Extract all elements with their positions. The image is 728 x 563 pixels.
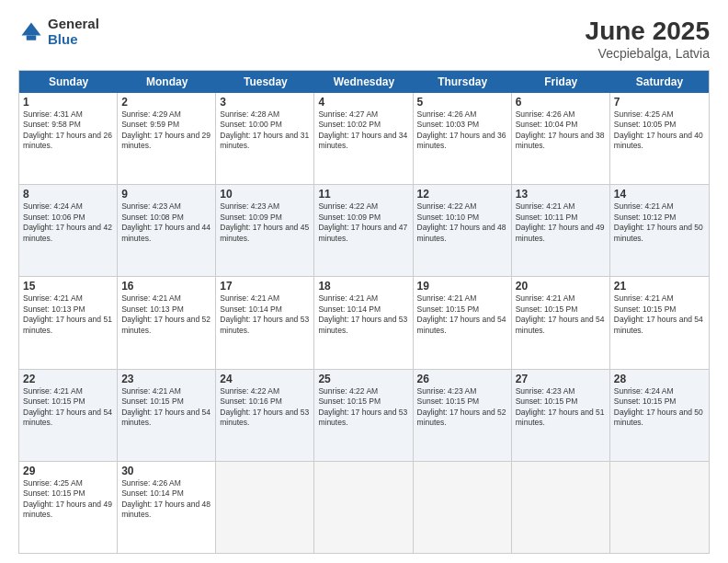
day-info: Sunrise: 4:22 AM Sunset: 10:09 PM Daylig… [318,201,408,244]
calendar-row: 1Sunrise: 4:31 AM Sunset: 9:58 PM Daylig… [19,93,709,184]
day-number: 7 [614,96,705,109]
day-number: 15 [23,280,113,293]
day-info: Sunrise: 4:23 AM Sunset: 10:15 PM Daylig… [417,386,507,429]
title-block: June 2025 Vecpiebalga, Latvia [586,17,710,61]
day-info: Sunrise: 4:29 AM Sunset: 9:59 PM Dayligh… [121,109,211,152]
svg-rect-1 [27,35,37,40]
day-info: Sunrise: 4:31 AM Sunset: 9:58 PM Dayligh… [23,109,113,152]
day-number: 14 [614,188,705,201]
calendar-cell: 5Sunrise: 4:26 AM Sunset: 10:03 PM Dayli… [414,93,512,184]
day-info: Sunrise: 4:22 AM Sunset: 10:16 PM Daylig… [220,386,310,429]
calendar-row: 29Sunrise: 4:25 AM Sunset: 10:15 PM Dayl… [19,461,709,553]
calendar-cell: 19Sunrise: 4:21 AM Sunset: 10:15 PM Dayl… [414,277,512,368]
day-number: 23 [121,373,211,385]
logo: General Blue [18,17,99,47]
day-info: Sunrise: 4:21 AM Sunset: 10:13 PM Daylig… [121,293,211,336]
day-info: Sunrise: 4:23 AM Sunset: 10:08 PM Daylig… [121,201,211,244]
day-number: 16 [121,280,211,293]
calendar-cell: 23Sunrise: 4:21 AM Sunset: 10:15 PM Dayl… [118,370,216,461]
header-saturday: Saturday [610,71,709,93]
day-number: 3 [220,96,310,109]
day-number: 19 [417,280,507,293]
calendar-cell: 10Sunrise: 4:23 AM Sunset: 10:09 PM Dayl… [216,185,314,276]
calendar-cell: 26Sunrise: 4:23 AM Sunset: 10:15 PM Dayl… [414,370,512,461]
header-thursday: Thursday [414,71,512,93]
calendar-cell: 24Sunrise: 4:22 AM Sunset: 10:16 PM Dayl… [216,370,314,461]
calendar-cell: 4Sunrise: 4:27 AM Sunset: 10:02 PM Dayli… [314,93,413,184]
day-number: 5 [417,96,507,109]
logo-text: General Blue [48,17,99,47]
calendar-cell: 28Sunrise: 4:24 AM Sunset: 10:15 PM Dayl… [610,370,709,461]
calendar-cell: 20Sunrise: 4:21 AM Sunset: 10:15 PM Dayl… [512,277,610,368]
calendar-cell: 8Sunrise: 4:24 AM Sunset: 10:06 PM Dayli… [19,185,118,276]
calendar-cell: 14Sunrise: 4:21 AM Sunset: 10:12 PM Dayl… [610,185,709,276]
calendar-cell [610,462,709,553]
day-info: Sunrise: 4:21 AM Sunset: 10:14 PM Daylig… [318,293,408,336]
day-number: 1 [23,96,113,109]
day-number: 30 [121,465,211,477]
calendar-cell [414,462,512,553]
day-number: 4 [318,96,408,109]
header-sunday: Sunday [19,71,118,93]
day-info: Sunrise: 4:21 AM Sunset: 10:15 PM Daylig… [121,386,211,429]
day-number: 18 [318,280,408,293]
calendar-cell: 9Sunrise: 4:23 AM Sunset: 10:08 PM Dayli… [118,185,216,276]
logo-general: General [48,17,99,32]
day-number: 13 [516,188,606,201]
day-number: 28 [614,373,705,385]
calendar-cell: 21Sunrise: 4:21 AM Sunset: 10:15 PM Dayl… [610,277,709,368]
day-number: 25 [318,373,408,385]
day-info: Sunrise: 4:27 AM Sunset: 10:02 PM Daylig… [318,109,408,152]
day-info: Sunrise: 4:21 AM Sunset: 10:13 PM Daylig… [23,293,113,336]
calendar: Sunday Monday Tuesday Wednesday Thursday… [18,70,710,554]
day-number: 2 [121,96,211,109]
day-number: 27 [516,373,606,385]
day-number: 12 [417,188,507,201]
calendar-cell: 29Sunrise: 4:25 AM Sunset: 10:15 PM Dayl… [19,462,118,553]
calendar-cell: 12Sunrise: 4:22 AM Sunset: 10:10 PM Dayl… [414,185,512,276]
month-title: June 2025 [586,17,710,46]
calendar-cell: 16Sunrise: 4:21 AM Sunset: 10:13 PM Dayl… [118,277,216,368]
calendar-cell: 30Sunrise: 4:26 AM Sunset: 10:14 PM Dayl… [118,462,216,553]
location: Vecpiebalga, Latvia [586,46,710,61]
day-info: Sunrise: 4:24 AM Sunset: 10:15 PM Daylig… [614,386,705,429]
day-info: Sunrise: 4:24 AM Sunset: 10:06 PM Daylig… [23,201,113,244]
header-tuesday: Tuesday [216,71,314,93]
calendar-cell: 27Sunrise: 4:23 AM Sunset: 10:15 PM Dayl… [512,370,610,461]
day-info: Sunrise: 4:23 AM Sunset: 10:15 PM Daylig… [516,386,606,429]
day-info: Sunrise: 4:21 AM Sunset: 10:14 PM Daylig… [220,293,310,336]
day-number: 24 [220,373,310,385]
calendar-cell [314,462,413,553]
calendar-cell: 22Sunrise: 4:21 AM Sunset: 10:15 PM Dayl… [19,370,118,461]
calendar-cell: 15Sunrise: 4:21 AM Sunset: 10:13 PM Dayl… [19,277,118,368]
svg-marker-0 [22,22,41,35]
day-number: 10 [220,188,310,201]
day-info: Sunrise: 4:25 AM Sunset: 10:05 PM Daylig… [614,109,705,152]
day-info: Sunrise: 4:21 AM Sunset: 10:15 PM Daylig… [614,293,705,336]
day-info: Sunrise: 4:21 AM Sunset: 10:15 PM Daylig… [23,386,113,429]
day-number: 6 [516,96,606,109]
header-wednesday: Wednesday [314,71,413,93]
calendar-cell: 3Sunrise: 4:28 AM Sunset: 10:00 PM Dayli… [216,93,314,184]
day-info: Sunrise: 4:21 AM Sunset: 10:11 PM Daylig… [516,201,606,244]
day-info: Sunrise: 4:21 AM Sunset: 10:15 PM Daylig… [417,293,507,336]
day-number: 8 [23,188,113,201]
calendar-body: 1Sunrise: 4:31 AM Sunset: 9:58 PM Daylig… [19,93,709,553]
day-number: 21 [614,280,705,293]
day-info: Sunrise: 4:25 AM Sunset: 10:15 PM Daylig… [23,478,113,521]
day-number: 22 [23,373,113,385]
day-number: 26 [417,373,507,385]
logo-blue: Blue [48,32,99,48]
calendar-cell: 7Sunrise: 4:25 AM Sunset: 10:05 PM Dayli… [610,93,709,184]
page: General Blue June 2025 Vecpiebalga, Latv… [0,0,728,563]
header-monday: Monday [118,71,216,93]
calendar-header: Sunday Monday Tuesday Wednesday Thursday… [19,71,709,93]
day-info: Sunrise: 4:26 AM Sunset: 10:04 PM Daylig… [516,109,606,152]
day-info: Sunrise: 4:23 AM Sunset: 10:09 PM Daylig… [220,201,310,244]
day-number: 29 [23,465,113,477]
calendar-cell: 2Sunrise: 4:29 AM Sunset: 9:59 PM Daylig… [118,93,216,184]
calendar-row: 15Sunrise: 4:21 AM Sunset: 10:13 PM Dayl… [19,276,709,368]
header: General Blue June 2025 Vecpiebalga, Latv… [18,17,710,61]
day-info: Sunrise: 4:21 AM Sunset: 10:12 PM Daylig… [614,201,705,244]
day-info: Sunrise: 4:21 AM Sunset: 10:15 PM Daylig… [516,293,606,336]
